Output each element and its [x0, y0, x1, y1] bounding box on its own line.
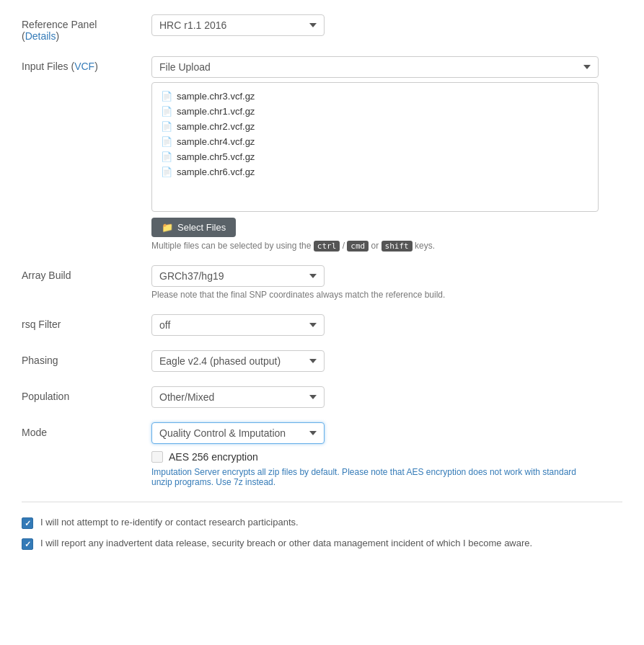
- reference-panel-select[interactable]: HRC r1.1 2016: [151, 14, 325, 36]
- file-icon: 📄: [161, 136, 172, 147]
- phasing-row: Phasing Eagle v2.4 (phased output): [22, 350, 622, 372]
- divider: [22, 502, 622, 502]
- agreement-checkbox-1[interactable]: [22, 517, 33, 529]
- file-icon: 📄: [161, 106, 172, 117]
- encryption-row: AES 256 encryption: [151, 451, 599, 463]
- reference-panel-row: Reference Panel (Details) HRC r1.1 2016: [22, 14, 622, 42]
- input-files-row: Input Files (VCF) File Upload 📄sample.ch…: [22, 56, 622, 251]
- mode-label: Mode: [22, 422, 151, 438]
- population-label: Population: [22, 386, 151, 402]
- rsq-filter-control: off: [151, 314, 599, 336]
- file-upload-select[interactable]: File Upload: [151, 56, 599, 78]
- file-icon: 📄: [161, 121, 172, 132]
- array-build-note: Please note that the final SNP coordinat…: [151, 290, 599, 300]
- input-files-text: Input Files: [22, 61, 69, 72]
- phasing-label: Phasing: [22, 350, 151, 366]
- file-icon: 📄: [161, 91, 172, 102]
- hint-text-part1: Multiple files can be selected by using …: [151, 241, 311, 251]
- phasing-text: Phasing: [22, 355, 58, 366]
- hint-shift: shift: [381, 241, 413, 252]
- hint-slash: /: [343, 241, 345, 251]
- file-hint: Multiple files can be selected by using …: [151, 241, 599, 251]
- rsq-filter-label: rsq Filter: [22, 314, 151, 330]
- details-link[interactable]: Details: [25, 30, 56, 42]
- hint-ctrl: ctrl: [314, 241, 340, 252]
- agreement-row-1: I will not attempt to re-identify or con…: [22, 517, 622, 529]
- list-item: 📄sample.chr3.vcf.gz: [158, 89, 592, 104]
- mode-select[interactable]: Quality Control & Imputation: [151, 422, 325, 444]
- phasing-select[interactable]: Eagle v2.4 (phased output): [151, 350, 325, 372]
- population-select[interactable]: Other/Mixed: [151, 386, 325, 408]
- list-item: 📄sample.chr6.vcf.gz: [158, 164, 592, 179]
- file-icon: 📄: [161, 166, 172, 177]
- array-build-row: Array Build GRCh37/hg19 Please note that…: [22, 265, 622, 300]
- array-build-text: Array Build: [22, 270, 71, 281]
- file-icon: 📄: [161, 151, 172, 162]
- hint-cmd: cmd: [347, 241, 369, 252]
- agreement-checkbox-2[interactable]: [22, 538, 33, 550]
- hint-text-part2: keys.: [415, 241, 435, 251]
- agreement-text-1: I will not attempt to re-identify or con…: [40, 517, 299, 528]
- population-control: Other/Mixed: [151, 386, 599, 408]
- reference-panel-label: Reference Panel (Details): [22, 14, 151, 42]
- encryption-checkbox[interactable]: [151, 451, 163, 463]
- population-text: Population: [22, 391, 69, 402]
- list-item: 📄sample.chr4.vcf.gz: [158, 134, 592, 149]
- array-build-label: Array Build: [22, 265, 151, 281]
- mode-control: Quality Control & Imputation AES 256 enc…: [151, 422, 599, 487]
- list-item: 📄sample.chr1.vcf.gz: [158, 104, 592, 119]
- select-files-button[interactable]: 📁 Select Files: [151, 218, 236, 237]
- array-build-select[interactable]: GRCh37/hg19: [151, 265, 325, 287]
- list-item: 📄sample.chr5.vcf.gz: [158, 149, 592, 164]
- mode-row: Mode Quality Control & Imputation AES 25…: [22, 422, 622, 487]
- list-item: 📄sample.chr2.vcf.gz: [158, 119, 592, 134]
- encryption-label: AES 256 encryption: [169, 451, 258, 463]
- mode-text: Mode: [22, 427, 47, 438]
- file-list-box: 📄sample.chr3.vcf.gz📄sample.chr1.vcf.gz📄s…: [151, 82, 599, 212]
- phasing-control: Eagle v2.4 (phased output): [151, 350, 599, 372]
- input-files-control: File Upload 📄sample.chr3.vcf.gz📄sample.c…: [151, 56, 599, 251]
- agreement-text-2: I will report any inadvertent data relea…: [40, 538, 532, 548]
- array-build-control: GRCh37/hg19 Please note that the final S…: [151, 265, 599, 300]
- rsq-filter-text: rsq Filter: [22, 319, 61, 330]
- rsq-filter-select[interactable]: off: [151, 314, 325, 336]
- hint-or: or: [371, 241, 379, 251]
- agreement-row-2: I will report any inadvertent data relea…: [22, 538, 622, 550]
- select-files-label: Select Files: [177, 222, 226, 233]
- folder-icon: 📁: [162, 222, 173, 233]
- input-files-label: Input Files (VCF): [22, 56, 151, 72]
- reference-panel-control: HRC r1.1 2016: [151, 14, 599, 36]
- population-row: Population Other/Mixed: [22, 386, 622, 408]
- reference-panel-text: Reference Panel: [22, 19, 97, 30]
- vcf-link[interactable]: VCF: [74, 61, 94, 72]
- rsq-filter-row: rsq Filter off: [22, 314, 622, 336]
- encryption-note: Imputation Server encrypts all zip files…: [151, 467, 599, 487]
